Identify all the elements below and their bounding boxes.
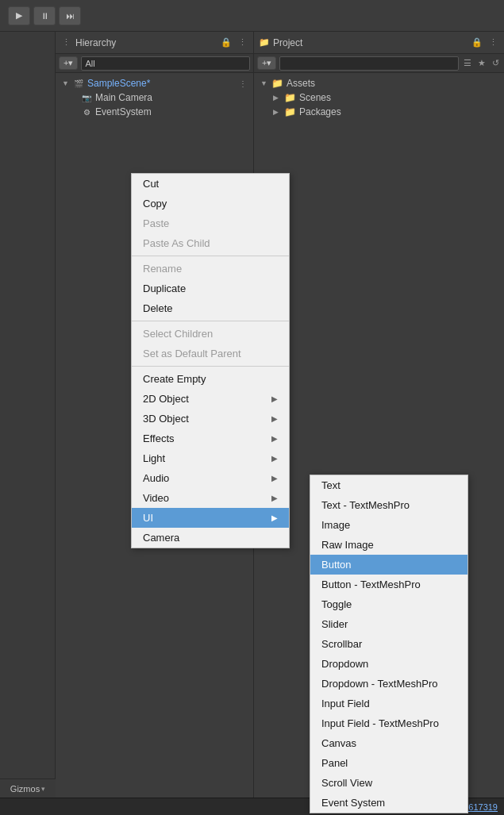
submenu-item-scroll-view[interactable]: Scroll View (310, 773, 467, 793)
maincamera-label: Main Camera (95, 92, 152, 103)
project-view-icon[interactable]: ☰ (462, 56, 473, 70)
scenes-folder[interactable]: ▶ 📁 Scenes (257, 90, 501, 105)
gizmos-dropdown-icon: ▾ (41, 785, 45, 793)
scenes-expand-arrow: ▶ (273, 94, 281, 102)
menu-item-cut[interactable]: Cut (132, 174, 289, 194)
packages-folder[interactable]: ▶ 📁 Packages (257, 105, 501, 119)
expand-arrow: ▼ (62, 79, 70, 87)
submenu-item-input-field[interactable]: Input Field (310, 694, 467, 713)
step-button[interactable]: ⏭ (59, 6, 81, 25)
submenu-item-panel[interactable]: Panel (310, 753, 467, 773)
scene-options[interactable]: ⋮ (239, 79, 247, 88)
ui-submenu: Text Text - TextMeshPro Image Raw Image … (310, 475, 468, 813)
assets-label: Assets (287, 78, 315, 89)
assets-expand-arrow: ▼ (260, 79, 268, 87)
menu-item-effects[interactable]: Effects ▶ (132, 429, 289, 448)
packages-expand-arrow: ▶ (273, 108, 281, 116)
menu-item-light[interactable]: Light ▶ (132, 448, 289, 468)
assets-folder[interactable]: ▼ 📁 Assets (257, 76, 501, 90)
project-refresh-icon[interactable]: ↺ (491, 56, 501, 70)
menu-item-camera[interactable]: Camera (132, 528, 289, 548)
project-search[interactable] (279, 56, 459, 71)
menu-separator-1 (132, 256, 289, 256)
submenu-arrow-effects: ▶ (271, 434, 278, 443)
hierarchy-toolbar: +▾ (56, 54, 253, 73)
hierarchy-item-maincamera[interactable]: 📷 Main Camera (56, 90, 253, 105)
play-button[interactable]: ▶ (8, 6, 30, 25)
submenu-item-image[interactable]: Image (310, 515, 467, 535)
submenu-item-button[interactable]: Button (310, 555, 467, 575)
project-add-button[interactable]: +▾ (257, 56, 276, 70)
menu-item-ui[interactable]: UI ▶ (132, 508, 289, 528)
gizmos-bar[interactable]: Gizmos ▾ (0, 778, 56, 798)
submenu-item-input-field-tmp[interactable]: Input Field - TextMeshPro (310, 713, 467, 733)
submenu-item-dropdown[interactable]: Dropdown (310, 654, 467, 674)
project-options-icon[interactable]: ⋮ (487, 36, 499, 49)
gizmos-label: Gizmos (10, 784, 40, 794)
menu-item-2d-object[interactable]: 2D Object ▶ (132, 389, 289, 409)
submenu-item-slider[interactable]: Slider (310, 614, 467, 634)
scenes-folder-icon: 📁 (284, 92, 296, 103)
left-sidebar (0, 32, 56, 815)
menu-item-create-empty[interactable]: Create Empty (132, 369, 289, 389)
hierarchy-item-eventsystem[interactable]: ⚙ EventSystem (56, 105, 253, 119)
submenu-arrow-3d: ▶ (271, 414, 278, 423)
hierarchy-header: ⋮ Hierarchy 🔒 ⋮ (56, 32, 253, 54)
hierarchy-search[interactable] (81, 56, 250, 71)
submenu-arrow-light: ▶ (271, 454, 278, 463)
submenu-item-text[interactable]: Text (310, 475, 467, 495)
menu-item-copy[interactable]: Copy (132, 194, 289, 213)
top-toolbar: ▶ ⏸ ⏭ (0, 0, 504, 32)
menu-item-set-default-parent[interactable]: Set as Default Parent (132, 344, 289, 363)
project-lock-icon[interactable]: 🔒 (470, 36, 484, 49)
scene-icon: 🎬 (73, 78, 84, 89)
menu-item-rename[interactable]: Rename (132, 259, 289, 279)
submenu-item-text-tmp[interactable]: Text - TextMeshPro (310, 495, 467, 515)
menu-separator-2 (132, 321, 289, 321)
submenu-arrow-video: ▶ (271, 494, 278, 502)
project-folder-icon: 📁 (259, 37, 270, 48)
submenu-arrow-audio: ▶ (271, 474, 278, 482)
menu-item-delete[interactable]: Delete (132, 298, 289, 318)
pause-button[interactable]: ⏸ (33, 6, 56, 25)
menu-separator-3 (132, 366, 289, 367)
scene-name: SampleScene* (87, 78, 150, 89)
packages-folder-icon: 📁 (284, 106, 296, 117)
eventsystem-icon: ⚙ (81, 106, 92, 117)
submenu-arrow-ui: ▶ (271, 513, 278, 522)
menu-item-audio[interactable]: Audio ▶ (132, 468, 289, 488)
submenu-item-event-system[interactable]: Event System (310, 793, 467, 813)
assets-folder-icon: 📁 (271, 78, 283, 89)
menu-item-3d-object[interactable]: 3D Object ▶ (132, 409, 289, 429)
submenu-item-button-tmp[interactable]: Button - TextMeshPro (310, 575, 467, 594)
hierarchy-title: Hierarchy (75, 37, 216, 48)
submenu-item-toggle[interactable]: Toggle (310, 594, 467, 614)
menu-item-duplicate[interactable]: Duplicate (132, 279, 289, 298)
submenu-item-canvas[interactable]: Canvas (310, 733, 467, 753)
hierarchy-lock-icon[interactable]: 🔒 (219, 36, 233, 49)
menu-item-paste-as-child[interactable]: Paste As Child (132, 233, 289, 253)
submenu-arrow-2d: ▶ (271, 394, 278, 403)
submenu-item-scrollbar[interactable]: Scrollbar (310, 634, 467, 654)
packages-label: Packages (299, 106, 341, 117)
scene-item-samplescene[interactable]: ▼ 🎬 SampleScene* ⋮ (56, 76, 253, 90)
submenu-item-raw-image[interactable]: Raw Image (310, 535, 467, 555)
project-toolbar: +▾ ☰ ★ ↺ (254, 54, 504, 73)
submenu-item-dropdown-tmp[interactable]: Dropdown - TextMeshPro (310, 674, 467, 694)
project-header: 📁 Project 🔒 ⋮ (254, 32, 504, 54)
menu-item-select-children[interactable]: Select Children (132, 324, 289, 344)
project-title: Project (273, 37, 467, 48)
hierarchy-options-icon[interactable]: ⋮ (237, 36, 248, 49)
camera-icon: 📷 (81, 92, 92, 103)
menu-item-paste[interactable]: Paste (132, 213, 289, 233)
menu-item-video[interactable]: Video ▶ (132, 488, 289, 508)
eventsystem-label: EventSystem (95, 106, 152, 117)
scenes-label: Scenes (299, 92, 331, 103)
hierarchy-menu-icon[interactable]: ⋮ (60, 36, 72, 49)
hierarchy-add-button[interactable]: +▾ (59, 56, 78, 70)
project-filter-icon[interactable]: ★ (476, 56, 487, 70)
context-menu: Cut Copy Paste Paste As Child Rename Dup… (131, 173, 290, 548)
